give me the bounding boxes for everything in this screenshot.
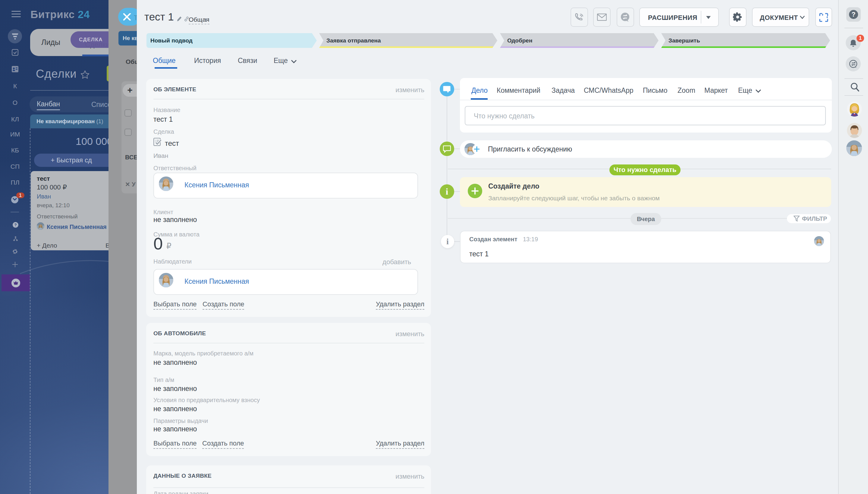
svg-text:?: ? [15,223,17,227]
